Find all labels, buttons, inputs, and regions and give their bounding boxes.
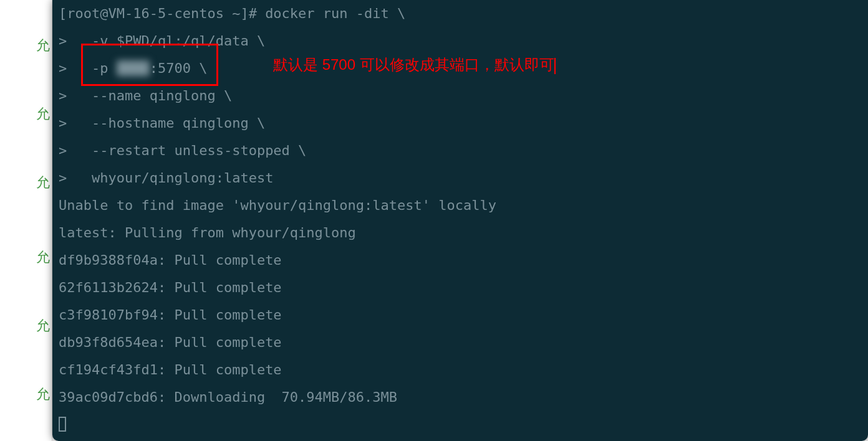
terminal-line: > -v $PWD/ql:/ql/data \	[59, 27, 862, 55]
terminal-line: latest: Pulling from whyour/qinglong	[59, 219, 862, 247]
terminal-text: :5700 \	[150, 60, 208, 76]
sidebar-char: 允	[36, 36, 50, 55]
terminal-line: cf194cf43fd1: Pull complete	[59, 356, 862, 384]
terminal-line: Unable to find image 'whyour/qinglong:la…	[59, 192, 862, 219]
sidebar-strip: 允 允 允 允 允 允	[0, 0, 52, 441]
sidebar-char: 允	[36, 173, 50, 192]
sidebar-char: 允	[36, 248, 50, 267]
annotation-label: 默认是 5700 可以修改成其端口，默认即可	[273, 56, 554, 73]
terminal-line: > --restart unless-stopped \	[59, 137, 862, 164]
annotation-text: 默认是 5700 可以修改成其端口，默认即可	[273, 55, 556, 75]
terminal-text: > -p	[59, 60, 117, 76]
terminal-line: [root@VM-16-5-centos ~]# docker run -dit…	[59, 0, 862, 27]
text-caret-icon	[554, 58, 556, 74]
terminal-line: > --hostname qinglong \	[59, 110, 862, 137]
terminal-line: db93f8d654ea: Pull complete	[59, 329, 862, 356]
terminal-line: 62f6113b2624: Pull complete	[59, 274, 862, 301]
terminal-cursor-line	[59, 411, 862, 439]
terminal-line: c3f98107bf94: Pull complete	[59, 301, 862, 329]
sidebar-char: 允	[36, 385, 50, 404]
sidebar-char: 允	[36, 105, 50, 123]
terminal-line: > --name qinglong \	[59, 82, 862, 110]
sidebar-char: 允	[36, 316, 50, 335]
terminal-line: > whyour/qinglong:latest	[59, 164, 862, 192]
cursor-icon	[59, 417, 66, 432]
terminal-line: 39ac09d7cbd6: Downloading 70.94MB/86.3MB	[59, 384, 862, 411]
terminal-line: df9b9388f04a: Pull complete	[59, 247, 862, 274]
redacted-port: XXXX	[117, 60, 150, 76]
